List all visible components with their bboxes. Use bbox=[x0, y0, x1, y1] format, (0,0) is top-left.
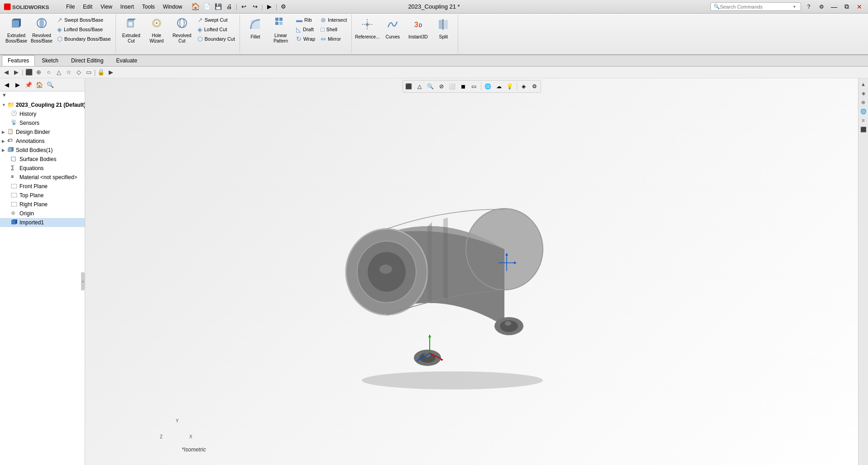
menu-file[interactable]: File bbox=[62, 3, 78, 11]
split-btn[interactable]: Split bbox=[432, 15, 455, 43]
open-btn[interactable]: 📄 bbox=[202, 2, 212, 12]
right-panel-btn-1[interactable]: ▲ bbox=[859, 80, 868, 88]
restore-button[interactable]: ⧉ bbox=[842, 2, 852, 12]
reference-btn[interactable]: Reference... bbox=[355, 15, 379, 43]
viewport[interactable]: ⬛ △ 🔍 ⊘ ⬜ ◼ ▭ 🌐 ☁ 💡 ◈ ⚙ bbox=[85, 78, 858, 465]
right-panel-btn-2[interactable]: ◈ bbox=[859, 89, 868, 97]
tree-item-surface-bodies[interactable]: Surface Bodies bbox=[0, 155, 85, 164]
menu-view[interactable]: View bbox=[97, 3, 116, 11]
tab-features[interactable]: Features bbox=[2, 55, 35, 66]
sidebar-fwd-btn[interactable]: ▶ bbox=[13, 80, 23, 90]
tree-item-annotations[interactable]: ▶ 🏷 Annotations bbox=[0, 137, 85, 146]
linear-pattern-btn[interactable]: Linear Pattern bbox=[269, 15, 293, 45]
tree-item-solid-bodies[interactable]: ▶ Solid Bodies(1) bbox=[0, 146, 85, 155]
right-panel-btn-6[interactable]: ⬛ bbox=[859, 125, 868, 133]
menu-tools[interactable]: Tools bbox=[139, 3, 158, 11]
lofted-cut-btn[interactable]: ◈ Lofted Cut bbox=[196, 25, 237, 34]
vp-display-mode-btn[interactable]: ◈ bbox=[519, 81, 529, 91]
secondary-btn-10[interactable]: 🔒 bbox=[96, 68, 106, 77]
intersect-btn[interactable]: ⊗ Intersect bbox=[319, 15, 349, 24]
tree-item-front-plane[interactable]: Front Plane bbox=[0, 182, 85, 191]
new-btn[interactable]: 🏠 bbox=[191, 2, 201, 12]
extruded-boss-btn[interactable]: Extruded Boss/Base bbox=[5, 15, 28, 45]
sidebar-back-btn[interactable]: ◀ bbox=[2, 80, 12, 90]
secondary-btn-8[interactable]: ◇ bbox=[74, 68, 83, 77]
revolved-boss-btn[interactable]: Revolved Boss/Base bbox=[30, 15, 53, 45]
sidebar-pin-btn[interactable]: 📌 bbox=[24, 80, 34, 90]
menu-insert[interactable]: Insert bbox=[117, 3, 138, 11]
vp-shadows-btn[interactable]: ☁ bbox=[494, 81, 504, 91]
wrap-btn[interactable]: ↻ Wrap bbox=[294, 34, 317, 43]
tree-item-origin[interactable]: ⊕ Origin bbox=[0, 209, 85, 218]
tree-item-history[interactable]: 🕐 History bbox=[0, 109, 85, 119]
vp-settings-btn[interactable]: ⚙ bbox=[530, 81, 540, 91]
extruded-cut-btn[interactable]: Extruded Cut bbox=[120, 15, 143, 45]
tree-item-sensors[interactable]: 📡 Sensors bbox=[0, 119, 85, 128]
close-button[interactable]: ✕ bbox=[854, 2, 864, 12]
search-dropdown-icon[interactable]: ▼ bbox=[792, 5, 796, 9]
tab-evaluate[interactable]: Evaluate bbox=[110, 55, 143, 66]
secondary-btn-4[interactable]: ⊕ bbox=[34, 68, 43, 77]
search-input[interactable] bbox=[720, 4, 792, 9]
secondary-btn-3[interactable]: ⬛ bbox=[24, 68, 34, 77]
select-btn[interactable]: ▶ bbox=[264, 2, 274, 12]
shell-btn[interactable]: □ Shell bbox=[319, 25, 349, 34]
vp-view-orient-btn[interactable]: ⬛ bbox=[404, 81, 414, 91]
vp-render-btn[interactable]: ⬜ bbox=[447, 81, 457, 91]
right-panel-btn-4[interactable]: 🌐 bbox=[859, 107, 868, 115]
secondary-btn-back[interactable]: ◀ bbox=[2, 68, 11, 77]
sidebar-collapse-handle[interactable]: › bbox=[81, 272, 85, 290]
tree-item-top-plane[interactable]: Top Plane bbox=[0, 191, 85, 200]
tree-item-material[interactable]: ≡ Material <not specified> bbox=[0, 173, 85, 182]
tree-item-imported1[interactable]: Imported1 bbox=[0, 218, 85, 227]
instant3d-btn[interactable]: 3D Instant3D bbox=[406, 15, 430, 43]
vp-realview-btn[interactable]: 🌐 bbox=[483, 81, 493, 91]
help-button[interactable]: ? bbox=[804, 2, 814, 12]
secondary-btn-11[interactable]: ▶ bbox=[106, 68, 115, 77]
secondary-btn-9[interactable]: ▭ bbox=[84, 68, 93, 77]
menu-window[interactable]: Window bbox=[159, 3, 186, 11]
tree-item-design-binder[interactable]: ▶ 📋 Design Binder bbox=[0, 128, 85, 137]
lofted-boss-btn[interactable]: ◈ Lofted Boss/Base bbox=[55, 25, 113, 34]
vp-ambient-btn[interactable]: 💡 bbox=[505, 81, 515, 91]
curves-btn[interactable]: Curves bbox=[381, 15, 404, 43]
boundary-cut-btn[interactable]: ⬡ Boundary Cut bbox=[196, 34, 237, 43]
swept-boss-btn[interactable]: ↗ Swept Boss/Base bbox=[55, 15, 113, 24]
hole-wizard-btn[interactable]: Hole Wizard bbox=[145, 15, 168, 45]
rib-btn[interactable]: ▬ Rib bbox=[294, 15, 317, 24]
undo-btn[interactable]: ↩ bbox=[239, 2, 249, 12]
revolved-cut-btn[interactable]: Revolved Cut bbox=[170, 15, 194, 45]
sidebar-home-btn[interactable]: 🏠 bbox=[34, 80, 44, 90]
menu-edit[interactable]: Edit bbox=[79, 3, 96, 11]
secondary-btn-5[interactable]: ○ bbox=[44, 68, 53, 77]
print-btn[interactable]: 🖨 bbox=[225, 2, 235, 12]
secondary-btn-6[interactable]: △ bbox=[54, 68, 63, 77]
vp-zoom-btn[interactable]: 🔍 bbox=[426, 81, 436, 91]
save-btn[interactable]: 💾 bbox=[213, 2, 223, 12]
vp-edges-btn[interactable]: ▭ bbox=[469, 81, 479, 91]
vp-shaded-btn[interactable]: ◼ bbox=[458, 81, 468, 91]
redo-btn[interactable]: ↪ bbox=[250, 2, 260, 12]
sidebar-search-btn[interactable]: 🔍 bbox=[45, 80, 55, 90]
tab-direct-editing[interactable]: Direct Editing bbox=[65, 55, 109, 66]
swept-cut-btn[interactable]: ↗ Swept Cut bbox=[196, 15, 237, 24]
vp-section-btn[interactable]: ⊘ bbox=[436, 81, 446, 91]
mirror-btn[interactable]: ⇔ Mirror bbox=[319, 34, 349, 43]
tab-sketch[interactable]: Sketch bbox=[36, 55, 64, 66]
tree-item-equations[interactable]: ∑ Equations bbox=[0, 164, 85, 173]
minimize-button[interactable]: — bbox=[829, 2, 839, 12]
options-button2[interactable]: ⚙ bbox=[816, 2, 826, 12]
search-box[interactable]: 🔍 ▼ bbox=[710, 2, 801, 11]
draft-btn[interactable]: ◺ Draft bbox=[294, 25, 317, 34]
right-panel-btn-5[interactable]: ≡ bbox=[859, 116, 868, 124]
tree-item-root[interactable]: ▼ 📁 2023_Coupling 21 (Default) < bbox=[0, 100, 85, 109]
tree-item-right-plane[interactable]: Right Plane bbox=[0, 200, 85, 209]
right-panel-btn-3[interactable]: ⊕ bbox=[859, 98, 868, 106]
vp-normal-btn[interactable]: △ bbox=[415, 81, 425, 91]
options-btn[interactable]: ⚙ bbox=[278, 2, 288, 12]
secondary-btn-fwd[interactable]: ▶ bbox=[12, 68, 21, 77]
filter-icon[interactable]: ▼ bbox=[2, 92, 7, 98]
fillet-btn[interactable]: Fillet bbox=[244, 15, 267, 43]
boundary-boss-btn[interactable]: ⬡ Boundary Boss/Base bbox=[55, 34, 113, 43]
secondary-btn-7[interactable]: ☆ bbox=[64, 68, 73, 77]
